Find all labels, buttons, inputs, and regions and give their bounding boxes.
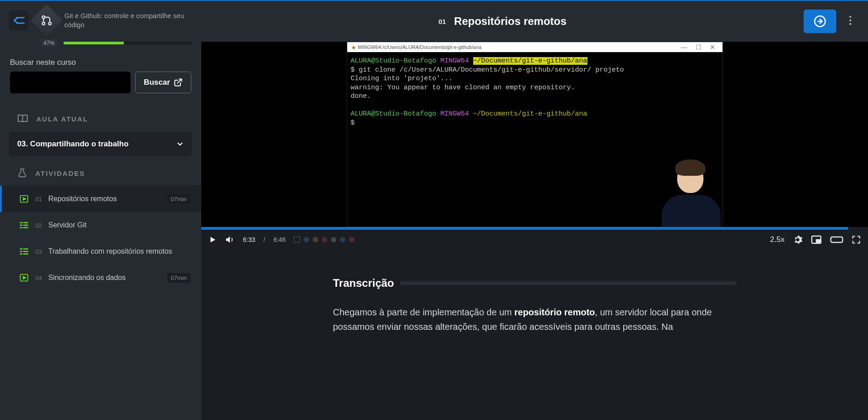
terminal-app-icon: ◆ xyxy=(352,44,355,50)
activities-list: 01Repositórios remotos07min02Servidor Gi… xyxy=(0,186,201,291)
activity-title: Sincronizando os dados xyxy=(48,274,160,282)
play-icon xyxy=(209,236,217,244)
terminal-window: ◆ MINGW64:/c/Users/ALURA/Documents/git-e… xyxy=(347,42,723,227)
search-block: Buscar neste curso Buscar xyxy=(0,53,201,101)
video-icon xyxy=(19,273,29,283)
lesson-number: 01 xyxy=(438,18,446,25)
activity-item[interactable]: 03Trabalhando com repositórios remotos xyxy=(0,238,201,265)
search-input[interactable] xyxy=(10,72,131,93)
search-button[interactable]: Buscar xyxy=(135,72,191,93)
activity-number: 01 xyxy=(35,196,42,203)
main: 01 Repositórios remotos ◆ M xyxy=(201,0,868,420)
checklist-icon xyxy=(19,246,29,256)
lesson-dropdown-label: 03. Compartilhando o trabalho xyxy=(17,140,129,149)
volume-button[interactable] xyxy=(225,235,235,245)
section-aula-label: AULA ATUAL xyxy=(36,115,88,123)
progress-row: 47% xyxy=(0,36,201,53)
video-time-current: 6:33 xyxy=(243,236,255,243)
sidebar-header: Git e Github: controle e compartilhe seu… xyxy=(0,1,201,36)
arrow-right-circle-icon xyxy=(814,15,826,28)
terminal-titlebar: ◆ MINGW64:/c/Users/ALURA/Documents/git-e… xyxy=(347,42,723,52)
back-button[interactable] xyxy=(9,10,29,30)
lesson-dropdown[interactable]: 03. Compartilhando o trabalho xyxy=(9,132,192,156)
volume-icon xyxy=(225,235,235,245)
arrow-left-icon xyxy=(13,16,25,25)
svg-point-2 xyxy=(42,16,45,19)
window-maximize-icon: ☐ xyxy=(693,43,704,51)
activity-number: 03 xyxy=(35,248,42,255)
activity-item[interactable]: 01Repositórios remotos07min xyxy=(0,186,201,212)
section-atividades: ATIVIDADES xyxy=(0,156,201,183)
video-progress-fill xyxy=(201,227,848,230)
svg-point-27 xyxy=(849,23,851,25)
activity-number: 02 xyxy=(35,222,42,229)
svg-rect-31 xyxy=(816,240,820,242)
search-label: Buscar neste curso xyxy=(10,58,191,67)
terminal-body: ALURA@Studio-Botafogo MINGW64 ~/Document… xyxy=(347,52,723,227)
activity-title: Servidor Git xyxy=(48,221,190,229)
progress-fill xyxy=(63,42,124,44)
activity-item[interactable]: 02Servidor Git xyxy=(0,212,201,238)
svg-marker-8 xyxy=(23,198,26,200)
git-icon xyxy=(40,14,53,27)
pip-button[interactable] xyxy=(811,235,822,244)
window-minimize-icon: — xyxy=(679,43,690,51)
flask-icon xyxy=(17,168,27,179)
svg-line-5 xyxy=(177,79,181,83)
next-button[interactable] xyxy=(804,10,836,33)
course-title: Git e Github: controle e compartilhe seu… xyxy=(64,11,192,30)
playback-speed[interactable]: 2.5x xyxy=(770,235,785,244)
os-taskbar-icons xyxy=(294,237,354,243)
progress-percent: 47% xyxy=(41,39,57,47)
activity-duration: 07min xyxy=(167,194,190,204)
book-icon xyxy=(17,113,28,124)
video-player[interactable]: ◆ MINGW64:/c/Users/ALURA/Documents/git-e… xyxy=(201,42,868,250)
svg-marker-22 xyxy=(23,276,26,279)
section-atividades-label: ATIVIDADES xyxy=(35,169,85,177)
svg-point-3 xyxy=(48,22,51,25)
gear-icon xyxy=(793,235,803,245)
theater-button[interactable] xyxy=(830,236,844,243)
sidebar: Git e Github: controle e compartilhe seu… xyxy=(0,0,201,420)
activity-title: Repositórios remotos xyxy=(48,195,160,203)
activity-number: 04 xyxy=(35,275,42,281)
chevron-down-icon xyxy=(176,140,184,148)
activity-title: Trabalhando com repositórios remotos xyxy=(48,247,190,256)
search-button-label: Buscar xyxy=(144,78,170,87)
window-close-icon: ✕ xyxy=(707,43,718,51)
svg-rect-32 xyxy=(831,237,843,242)
settings-button[interactable] xyxy=(793,235,803,245)
video-time-duration: 6:46 xyxy=(273,236,286,243)
external-link-icon xyxy=(174,78,183,87)
course-badge xyxy=(31,5,63,37)
pip-icon xyxy=(811,235,822,244)
video-frame: ◆ MINGW64:/c/Users/ALURA/Documents/git-e… xyxy=(315,42,755,227)
divider xyxy=(400,281,736,285)
svg-marker-29 xyxy=(226,237,230,243)
section-aula-atual: AULA ATUAL xyxy=(0,101,201,129)
transcript-paragraph: Chegamos à parte de implementação de um … xyxy=(333,305,737,334)
dots-vertical-icon xyxy=(849,15,852,26)
video-progress-bar[interactable] xyxy=(201,227,868,230)
lesson-title: Repositórios remotos xyxy=(454,15,567,28)
svg-point-4 xyxy=(42,22,45,25)
theater-icon xyxy=(830,236,844,243)
activity-duration: 07min xyxy=(167,273,190,283)
play-button[interactable] xyxy=(209,236,217,244)
svg-point-26 xyxy=(849,19,851,21)
video-time-separator: / xyxy=(263,236,265,243)
video-controls: 6:33 / 6:46 2.5x xyxy=(201,230,868,250)
activity-item[interactable]: 04Sincronizando os dados07min xyxy=(0,265,201,291)
svg-point-25 xyxy=(849,16,851,18)
svg-marker-28 xyxy=(211,237,216,242)
checklist-icon xyxy=(19,220,29,230)
topbar: 01 Repositórios remotos xyxy=(201,0,868,42)
fullscreen-button[interactable] xyxy=(852,235,861,244)
topbar-center: 01 Repositórios remotos xyxy=(201,15,804,28)
transcript-section: Transcrição Chegamos à parte de implemen… xyxy=(333,250,737,352)
progress-bar[interactable] xyxy=(63,42,192,44)
transcript-heading: Transcrição xyxy=(333,277,394,290)
more-button[interactable] xyxy=(846,12,854,30)
video-icon xyxy=(19,194,29,204)
content: ◆ MINGW64:/c/Users/ALURA/Documents/git-e… xyxy=(201,42,868,420)
